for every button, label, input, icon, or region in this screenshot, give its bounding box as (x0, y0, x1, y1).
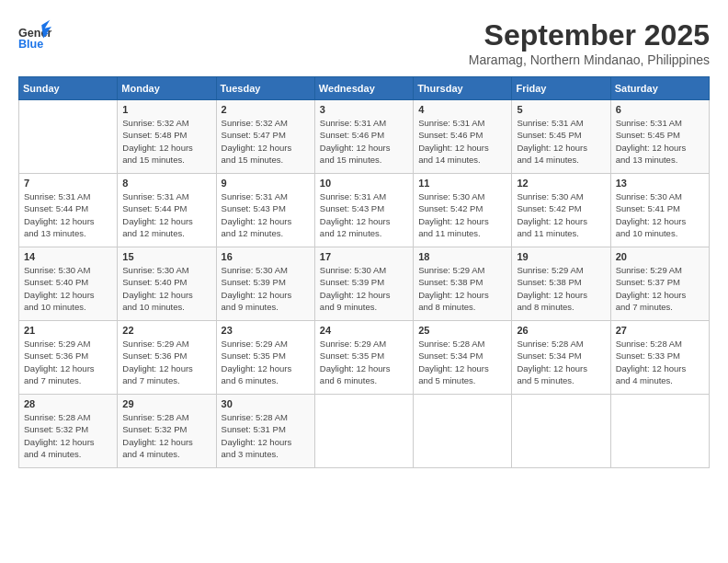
calendar-cell: 25Sunrise: 5:28 AM Sunset: 5:34 PM Dayli… (414, 321, 512, 395)
day-info: Sunrise: 5:30 AM Sunset: 5:42 PM Dayligh… (418, 190, 506, 239)
calendar-cell (610, 395, 709, 468)
calendar-cell: 16Sunrise: 5:30 AM Sunset: 5:39 PM Dayli… (216, 247, 314, 321)
calendar-cell: 9Sunrise: 5:31 AM Sunset: 5:43 PM Daylig… (216, 174, 314, 247)
calendar-cell (414, 395, 512, 468)
calendar-cell: 8Sunrise: 5:31 AM Sunset: 5:44 PM Daylig… (118, 174, 216, 247)
calendar-cell: 12Sunrise: 5:30 AM Sunset: 5:42 PM Dayli… (512, 174, 610, 247)
calendar-cell: 13Sunrise: 5:30 AM Sunset: 5:41 PM Dayli… (610, 174, 709, 247)
calendar-cell: 20Sunrise: 5:29 AM Sunset: 5:37 PM Dayli… (610, 247, 709, 321)
day-number: 11 (418, 178, 506, 189)
calendar-cell: 15Sunrise: 5:30 AM Sunset: 5:40 PM Dayli… (118, 247, 216, 321)
day-number: 8 (122, 178, 210, 189)
day-info: Sunrise: 5:32 AM Sunset: 5:48 PM Dayligh… (122, 117, 210, 166)
day-info: Sunrise: 5:30 AM Sunset: 5:39 PM Dayligh… (222, 264, 310, 313)
calendar-cell: 19Sunrise: 5:29 AM Sunset: 5:38 PM Dayli… (512, 247, 610, 321)
day-number: 18 (418, 251, 506, 262)
calendar-cell: 18Sunrise: 5:29 AM Sunset: 5:38 PM Dayli… (414, 247, 512, 321)
location-title: Maramag, Northern Mindanao, Philippines (469, 52, 710, 67)
day-info: Sunrise: 5:30 AM Sunset: 5:39 PM Dayligh… (320, 264, 408, 313)
weekday-header-friday: Friday (512, 77, 610, 100)
day-number: 29 (122, 398, 210, 409)
day-info: Sunrise: 5:31 AM Sunset: 5:45 PM Dayligh… (517, 117, 605, 166)
calendar-cell: 21Sunrise: 5:29 AM Sunset: 5:36 PM Dayli… (19, 321, 118, 395)
weekday-header-sunday: Sunday (19, 77, 118, 100)
day-info: Sunrise: 5:30 AM Sunset: 5:40 PM Dayligh… (122, 264, 210, 313)
week-row-5: 28Sunrise: 5:28 AM Sunset: 5:32 PM Dayli… (19, 395, 710, 468)
calendar-cell (314, 395, 413, 468)
day-info: Sunrise: 5:29 AM Sunset: 5:37 PM Dayligh… (616, 264, 704, 313)
weekday-header-thursday: Thursday (414, 77, 512, 100)
day-info: Sunrise: 5:29 AM Sunset: 5:38 PM Dayligh… (418, 264, 506, 313)
calendar-cell: 28Sunrise: 5:28 AM Sunset: 5:32 PM Dayli… (19, 395, 118, 468)
day-info: Sunrise: 5:30 AM Sunset: 5:41 PM Dayligh… (616, 190, 704, 239)
header: General Blue September 2025 Maramag, Nor… (18, 18, 710, 67)
calendar-table: SundayMondayTuesdayWednesdayThursdayFrid… (18, 76, 710, 468)
calendar-cell: 5Sunrise: 5:31 AM Sunset: 5:45 PM Daylig… (512, 100, 610, 174)
day-info: Sunrise: 5:32 AM Sunset: 5:47 PM Dayligh… (222, 117, 310, 166)
day-info: Sunrise: 5:31 AM Sunset: 5:45 PM Dayligh… (616, 117, 704, 166)
weekday-header-wednesday: Wednesday (314, 77, 413, 100)
day-number: 26 (517, 325, 605, 336)
day-info: Sunrise: 5:31 AM Sunset: 5:43 PM Dayligh… (222, 190, 310, 239)
day-info: Sunrise: 5:29 AM Sunset: 5:36 PM Dayligh… (122, 338, 210, 386)
title-area: September 2025 Maramag, Northern Mindana… (469, 18, 710, 67)
day-number: 4 (418, 104, 506, 115)
day-number: 25 (418, 325, 506, 336)
calendar-cell: 22Sunrise: 5:29 AM Sunset: 5:36 PM Dayli… (118, 321, 216, 395)
calendar-cell: 30Sunrise: 5:28 AM Sunset: 5:31 PM Dayli… (216, 395, 314, 468)
day-info: Sunrise: 5:28 AM Sunset: 5:32 PM Dayligh… (122, 411, 210, 460)
calendar-cell: 4Sunrise: 5:31 AM Sunset: 5:46 PM Daylig… (414, 100, 512, 174)
day-number: 19 (517, 251, 605, 262)
weekday-header-monday: Monday (118, 77, 216, 100)
calendar-cell (19, 100, 118, 174)
day-info: Sunrise: 5:31 AM Sunset: 5:46 PM Dayligh… (320, 117, 408, 166)
day-number: 12 (517, 178, 605, 189)
day-info: Sunrise: 5:29 AM Sunset: 5:35 PM Dayligh… (320, 338, 408, 386)
day-info: Sunrise: 5:31 AM Sunset: 5:44 PM Dayligh… (24, 190, 112, 239)
day-number: 21 (24, 325, 112, 336)
calendar-cell: 29Sunrise: 5:28 AM Sunset: 5:32 PM Dayli… (118, 395, 216, 468)
calendar-cell: 7Sunrise: 5:31 AM Sunset: 5:44 PM Daylig… (19, 174, 118, 247)
day-number: 24 (320, 325, 408, 336)
weekday-header-tuesday: Tuesday (216, 77, 314, 100)
day-number: 17 (320, 251, 408, 262)
day-number: 14 (24, 251, 112, 262)
day-number: 27 (616, 325, 704, 336)
day-number: 9 (222, 178, 310, 189)
day-number: 28 (24, 398, 112, 409)
calendar-cell: 24Sunrise: 5:29 AM Sunset: 5:35 PM Dayli… (314, 321, 413, 395)
day-info: Sunrise: 5:28 AM Sunset: 5:32 PM Dayligh… (24, 411, 112, 460)
day-number: 20 (616, 251, 704, 262)
day-number: 7 (24, 178, 112, 189)
calendar-cell: 14Sunrise: 5:30 AM Sunset: 5:40 PM Dayli… (19, 247, 118, 321)
calendar-cell: 3Sunrise: 5:31 AM Sunset: 5:46 PM Daylig… (314, 100, 413, 174)
calendar-cell: 26Sunrise: 5:28 AM Sunset: 5:34 PM Dayli… (512, 321, 610, 395)
day-info: Sunrise: 5:30 AM Sunset: 5:40 PM Dayligh… (24, 264, 112, 313)
day-info: Sunrise: 5:30 AM Sunset: 5:42 PM Dayligh… (517, 190, 605, 239)
day-number: 10 (320, 178, 408, 189)
day-number: 1 (122, 104, 210, 115)
calendar-cell: 2Sunrise: 5:32 AM Sunset: 5:47 PM Daylig… (216, 100, 314, 174)
day-info: Sunrise: 5:29 AM Sunset: 5:38 PM Dayligh… (517, 264, 605, 313)
day-number: 13 (616, 178, 704, 189)
week-row-1: 1Sunrise: 5:32 AM Sunset: 5:48 PM Daylig… (19, 100, 710, 174)
day-info: Sunrise: 5:28 AM Sunset: 5:34 PM Dayligh… (517, 338, 605, 386)
day-info: Sunrise: 5:31 AM Sunset: 5:46 PM Dayligh… (418, 117, 506, 166)
weekday-header-row: SundayMondayTuesdayWednesdayThursdayFrid… (19, 77, 710, 100)
day-number: 16 (222, 251, 310, 262)
svg-text:Blue: Blue (18, 38, 43, 51)
day-info: Sunrise: 5:28 AM Sunset: 5:31 PM Dayligh… (222, 411, 310, 460)
calendar-cell: 27Sunrise: 5:28 AM Sunset: 5:33 PM Dayli… (610, 321, 709, 395)
month-title: September 2025 (469, 18, 710, 52)
calendar-cell: 10Sunrise: 5:31 AM Sunset: 5:43 PM Dayli… (314, 174, 413, 247)
day-number: 30 (222, 398, 310, 409)
day-info: Sunrise: 5:29 AM Sunset: 5:35 PM Dayligh… (222, 338, 310, 386)
day-number: 6 (616, 104, 704, 115)
day-info: Sunrise: 5:28 AM Sunset: 5:34 PM Dayligh… (418, 338, 506, 386)
day-number: 5 (517, 104, 605, 115)
week-row-3: 14Sunrise: 5:30 AM Sunset: 5:40 PM Dayli… (19, 247, 710, 321)
day-info: Sunrise: 5:29 AM Sunset: 5:36 PM Dayligh… (24, 338, 112, 386)
day-info: Sunrise: 5:31 AM Sunset: 5:44 PM Dayligh… (122, 190, 210, 239)
week-row-2: 7Sunrise: 5:31 AM Sunset: 5:44 PM Daylig… (19, 174, 710, 247)
calendar-cell (512, 395, 610, 468)
